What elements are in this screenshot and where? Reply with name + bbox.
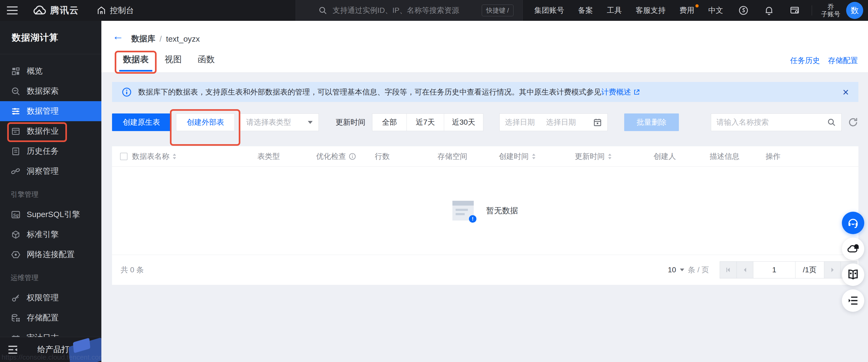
tab-views[interactable]: 视图 (164, 54, 182, 64)
external-link-icon[interactable] (633, 89, 640, 95)
notification-bell-icon[interactable] (764, 5, 774, 16)
top-nav: 腾讯云 控制台 支持通过实例ID、IP、名称等搜索资源 快捷键 / 集团账号 备… (0, 0, 868, 21)
time-filter-all[interactable]: 全部 (372, 114, 406, 131)
global-search-bar[interactable]: 支持通过实例ID、IP、名称等搜索资源 快捷键 / (296, 0, 523, 21)
home-icon (97, 6, 106, 15)
billing-overview-link[interactable]: 计费概述 (601, 88, 631, 96)
list-expand-icon (847, 295, 859, 306)
overview-grid-icon (11, 66, 21, 76)
tab-functions[interactable]: 函数 (198, 54, 215, 64)
sidebar-item-supersql-engine[interactable]: Sq SuperSQL引擎 (0, 204, 101, 224)
insight-link-icon (11, 166, 21, 176)
tencent-cloud-console: 腾讯云 控制台 支持通过实例ID、IP、名称等搜索资源 快捷键 / 集团账号 备… (0, 0, 868, 362)
batch-delete-button[interactable]: 批量删除 (624, 113, 679, 131)
page-size-unit: 条 / 页 (688, 265, 709, 275)
status-bar-url: https://console.cloud.tencent.com/dlc (2, 353, 101, 361)
main-area: ← 数据库 / text_oyzx 数据表 视图 函数 任务历史 存储配置 (101, 21, 868, 362)
toolbar: 创建原生表 创建外部表 请选择表类型 更新时间 全部 近7天 近30天 选择日期… (112, 113, 859, 131)
empty-data-illustration: ! (453, 201, 474, 221)
menu-icp-filing[interactable]: 备案 (578, 5, 593, 16)
cloud-alarm-fab[interactable] (842, 238, 864, 260)
table-header-row: 数据表名称 表类型 优化检查 行数 存储空间 创建时间 更 (112, 146, 859, 167)
section-ops-management: 运维管理 (0, 268, 101, 288)
breadcrumb: 数据库 / text_oyzx (131, 33, 200, 44)
prev-page-button[interactable] (737, 261, 753, 278)
update-time-label: 更新时间 (336, 113, 366, 131)
table-type-placeholder: 请选择表类型 (246, 117, 291, 127)
sort-icon[interactable] (608, 153, 612, 160)
sidebar-item-standard-engine[interactable]: 标准引擎 (0, 224, 101, 245)
data-explore-search-icon (11, 86, 21, 96)
sidebar-item-permission[interactable]: 权限管理 (0, 288, 101, 308)
page-size-select[interactable]: 10 条 / 页 (668, 265, 709, 275)
time-filter-group: 全部 近7天 近30天 (372, 113, 483, 131)
customer-service-fab[interactable] (842, 212, 864, 234)
annotation-box-data-management (7, 122, 67, 142)
sort-icon[interactable] (531, 153, 536, 160)
data-table-card: 数据表名称 表类型 优化检查 行数 存储空间 创建时间 更 (112, 146, 859, 285)
pager: 1 /1页 (720, 261, 857, 278)
documentation-fab[interactable] (842, 263, 864, 286)
create-native-table-button[interactable]: 创建原生表 (112, 113, 171, 131)
back-arrow-icon[interactable]: ← (112, 30, 124, 41)
sort-icon[interactable] (172, 153, 177, 160)
database-icon (11, 313, 21, 323)
tencent-cloud-logo[interactable]: 腾讯云 (33, 4, 79, 17)
column-update-time[interactable]: 更新时间 (575, 151, 654, 162)
sidebar-item-network-config[interactable]: 网络连接配置 (0, 245, 101, 264)
billing-alert-dot (695, 4, 699, 7)
sidebar-item-insight[interactable]: 洞察管理 (0, 161, 101, 181)
empty-text: 暂无数据 (486, 205, 518, 216)
table-empty-state: ! 暂无数据 (112, 167, 859, 255)
link-task-history[interactable]: 任务历史 (790, 56, 820, 66)
console-home[interactable]: 控制台 (97, 5, 134, 16)
refresh-icon[interactable] (848, 117, 859, 128)
sidebar-item-overview[interactable]: 概览 (0, 61, 101, 81)
menu-tools[interactable]: 工具 (607, 5, 622, 16)
search-submit-icon[interactable] (827, 118, 836, 127)
info-circle-icon[interactable] (349, 153, 356, 160)
annotation-box-create-external-table (170, 109, 240, 146)
name-search-input[interactable]: 请输入名称搜索 (711, 113, 842, 131)
select-all-checkbox[interactable] (120, 153, 127, 160)
sidebar-item-data-management[interactable]: 数据管理 (0, 101, 101, 121)
avatar[interactable]: 数 (846, 2, 863, 19)
expand-menu-fab[interactable] (842, 289, 864, 312)
column-table-name[interactable]: 数据表名称 (132, 151, 257, 162)
table-type-select[interactable]: 请选择表类型 (240, 113, 319, 131)
menu-support[interactable]: 客服支持 (636, 5, 665, 16)
sidebar-item-storage-config[interactable]: 存储配置 (0, 308, 101, 328)
sidebar-item-data-explore[interactable]: 数据探索 (0, 81, 101, 101)
chevron-down-icon (308, 121, 313, 124)
date-range-picker[interactable]: 选择日期 选择日期 (499, 113, 608, 131)
user-account[interactable]: 乔 子账号 (821, 3, 840, 18)
time-filter-30d[interactable]: 近30天 (444, 114, 483, 131)
brand-text: 腾讯云 (50, 4, 79, 17)
history-tasks-file-icon (11, 146, 21, 157)
ticket-icon[interactable] (738, 5, 749, 16)
menu-language[interactable]: 中文 (708, 5, 723, 16)
column-create-time[interactable]: 创建时间 (499, 151, 575, 162)
next-page-button[interactable] (824, 261, 840, 278)
menu-group-account[interactable]: 集团账号 (534, 5, 564, 16)
key-icon (11, 293, 21, 303)
date-end-placeholder: 选择日期 (546, 117, 576, 127)
menu-billing[interactable]: 费用 (679, 5, 694, 16)
alert-dot-icon: ! (469, 215, 476, 223)
breadcrumb-database[interactable]: 数据库 (131, 33, 155, 44)
current-page-input[interactable]: 1 (753, 261, 795, 278)
sidebar-item-history-tasks[interactable]: 历史任务 (0, 141, 101, 161)
hamburger-menu-icon[interactable] (0, 0, 25, 21)
column-optimize-check: 优化检查 (316, 151, 375, 162)
banner-close-icon[interactable]: × (843, 87, 849, 98)
data-management-sliders-icon (11, 106, 21, 116)
link-storage-config[interactable]: 存储配置 (828, 56, 858, 66)
column-description: 描述信息 (710, 151, 766, 162)
shortcut-key-badge: 快捷键 / (482, 4, 514, 16)
time-filter-7d[interactable]: 近7天 (406, 114, 444, 131)
console-settings-icon[interactable] (789, 5, 800, 16)
search-placeholder: 支持通过实例ID、IP、名称等搜索资源 (333, 5, 459, 16)
first-page-button[interactable] (720, 261, 737, 278)
column-operations: 操作 (766, 151, 859, 162)
pagination-controls: 10 条 / 页 1 /1页 (668, 255, 858, 285)
